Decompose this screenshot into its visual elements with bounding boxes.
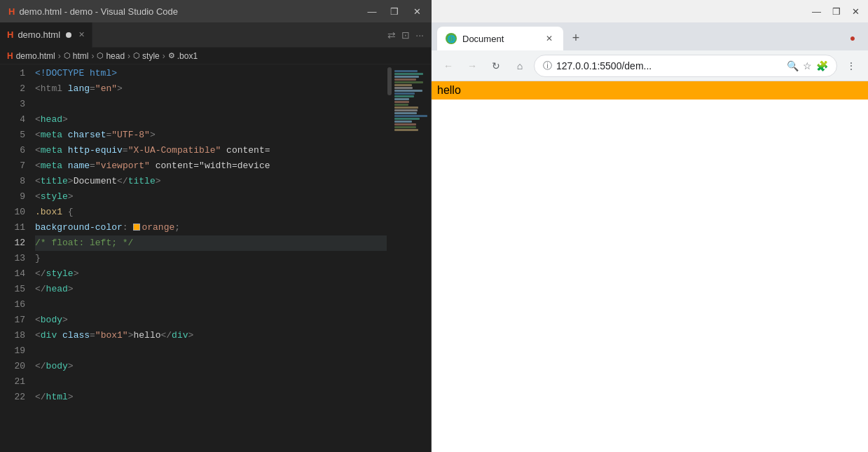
browser-minimize-button[interactable]: — (812, 6, 821, 17)
code-line-8: <title>Document</title> (35, 174, 387, 189)
back-icon: ← (443, 60, 453, 71)
minimize-button[interactable]: — (366, 6, 378, 17)
vscode-tab-demo[interactable]: H demo.html ✕ (0, 22, 92, 48)
code-line-9: <style> (35, 189, 387, 205)
breadcrumb-style-icon: ⬡ (133, 51, 140, 60)
code-line-1: <!DOCTYPE html> (35, 66, 387, 81)
close-button[interactable]: ✕ (411, 6, 422, 17)
code-line-22: </html> (35, 390, 387, 405)
tab-label: demo.html (18, 29, 60, 40)
more-menu-button[interactable]: ⋮ (841, 56, 861, 76)
breadcrumb-head[interactable]: ⬡ head (97, 51, 125, 61)
vscode-tabbar: H demo.html ✕ ⇄ ⊡ ··· (0, 22, 431, 48)
forward-icon: → (467, 60, 477, 71)
vscode-titlebar: H demo.html - demo - Visual Studio Code … (0, 0, 431, 22)
minimap-content (394, 70, 428, 132)
code-line-4: <head> (35, 112, 387, 128)
breadcrumb: H demo.html › ⬡ html › ⬡ head › ⬡ style … (0, 48, 431, 64)
browser-titlebar: — ❒ ✕ (432, 0, 868, 22)
profile-button[interactable]: ● (843, 28, 862, 48)
code-line-20: </body> (35, 359, 387, 374)
editor-scrollbar[interactable] (387, 64, 392, 452)
address-bar[interactable]: ⓘ 127.0.0.1:5500/dem... 🔍 ☆ 🧩 (534, 55, 837, 77)
breadcrumb-sep-1: › (58, 51, 61, 61)
code-line-10: .box1 { (35, 205, 387, 220)
forward-button[interactable]: → (462, 56, 482, 76)
toggle-layout-button[interactable]: ⊡ (401, 29, 410, 41)
code-line-2: <html lang="en"> (35, 81, 387, 97)
browser-close-button[interactable]: ✕ (852, 6, 860, 17)
maximize-button[interactable]: ❒ (389, 6, 400, 17)
code-area[interactable]: <!DOCTYPE html><html lang="en"><head><me… (31, 64, 387, 452)
more-actions-button[interactable]: ··· (415, 29, 424, 41)
vscode-html5-icon: H (8, 6, 15, 17)
browser-toolbar: ← → ↻ ⌂ ⓘ 127.0.0.1:5500/dem... 🔍 ☆ 🧩 ⋮ (432, 50, 868, 81)
tab-close-button[interactable]: ✕ (78, 30, 85, 39)
code-line-19 (35, 343, 387, 359)
search-lens-icon[interactable]: 🔍 (787, 60, 799, 71)
code-line-11: background-color: orange; (35, 220, 387, 235)
color-swatch (133, 224, 140, 231)
code-line-6: <meta http-equiv="X-UA-Compatible" conte… (35, 143, 387, 158)
tabbar-actions: ⇄ ⊡ ··· (387, 29, 431, 41)
code-line-13: } (35, 251, 387, 266)
browser-toolbar-actions: ⋮ (841, 56, 861, 76)
breadcrumb-sep-3: › (128, 51, 130, 61)
hello-div: hello (432, 81, 868, 100)
more-dots-icon: ⋮ (846, 60, 856, 71)
vscode-window-controls: — ❒ ✕ (366, 6, 422, 17)
line-numbers: 12345678910111213141516171819202122 (0, 64, 31, 452)
tab-html5-icon: H (7, 29, 13, 40)
scrollbar-thumb (387, 67, 392, 95)
breadcrumb-style[interactable]: ⬡ style (133, 51, 160, 61)
security-icon: ⓘ (543, 60, 552, 72)
code-line-18: <div class="box1">hello</div> (35, 328, 387, 343)
breadcrumb-class-icon: ⚙ (168, 51, 175, 60)
browser-tab-title: Document (462, 34, 538, 44)
breadcrumb-html[interactable]: ⬡ html (64, 51, 89, 61)
reload-icon: ↻ (492, 60, 500, 71)
back-button[interactable]: ← (439, 56, 458, 76)
code-line-16 (35, 297, 387, 313)
breadcrumb-sep-4: › (163, 51, 165, 61)
extensions-icon[interactable]: 🧩 (816, 60, 828, 71)
new-tab-button[interactable]: + (566, 28, 586, 48)
code-line-17: <body> (35, 313, 387, 328)
code-line-14: </style> (35, 266, 387, 282)
breadcrumb-filename[interactable]: demo.html (16, 51, 55, 61)
home-button[interactable]: ⌂ (510, 56, 530, 76)
minimap (392, 64, 431, 452)
browser-tab-close-button[interactable]: ✕ (544, 33, 555, 44)
breadcrumb-sep-2: › (91, 51, 94, 61)
reload-button[interactable]: ↻ (486, 56, 506, 76)
hello-text: hello (437, 84, 461, 96)
code-line-5: <meta charset="UTF-8"> (35, 128, 387, 143)
address-bar-url: 127.0.0.1:5500/dem... (556, 60, 783, 71)
tab-dirty-indicator (66, 32, 71, 38)
browser-tabbar: 🌐 Document ✕ + ● (432, 22, 868, 50)
vscode-panel: H demo.html - demo - Visual Studio Code … (0, 0, 431, 452)
browser-tab-favicon: 🌐 (446, 33, 457, 44)
breadcrumb-html5-icon: H (7, 51, 13, 61)
browser-tab-document[interactable]: 🌐 Document ✕ (437, 27, 563, 50)
browser-panel: — ❒ ✕ 🌐 Document ✕ + ● ← → ↻ ⌂ ⓘ 127.0 (431, 0, 868, 452)
breadcrumb-html-icon: ⬡ (64, 51, 71, 60)
home-icon: ⌂ (517, 60, 523, 71)
favicon-icon: 🌐 (447, 35, 455, 43)
vscode-editor[interactable]: 12345678910111213141516171819202122 <!DO… (0, 64, 431, 452)
browser-maximize-button[interactable]: ❒ (832, 6, 841, 17)
code-line-3 (35, 97, 387, 112)
code-line-12: /* float: left; */ (35, 235, 387, 251)
breadcrumb-head-icon: ⬡ (97, 51, 104, 60)
vscode-title-text: demo.html - demo - Visual Studio Code (19, 6, 178, 17)
code-line-21 (35, 374, 387, 390)
vscode-title: H demo.html - demo - Visual Studio Code (8, 6, 178, 17)
bookmark-icon[interactable]: ☆ (803, 60, 812, 71)
browser-content: hello (432, 81, 868, 452)
breadcrumb-class[interactable]: ⚙ .box1 (168, 51, 198, 61)
split-editor-button[interactable]: ⇄ (387, 29, 396, 41)
code-line-15: </head> (35, 282, 387, 297)
code-line-7: <meta name="viewport" content="width=dev… (35, 158, 387, 174)
